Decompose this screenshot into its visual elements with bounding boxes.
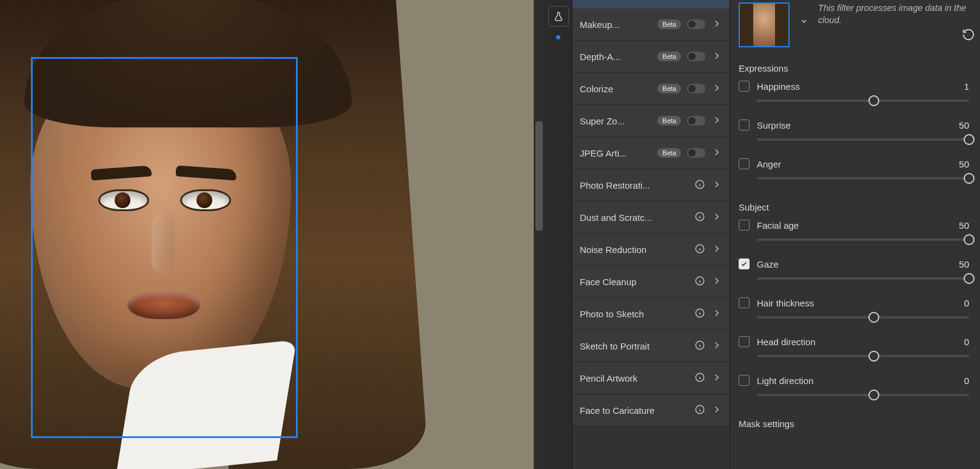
slider-track[interactable]	[757, 387, 969, 403]
filter-label: Face Cleanup	[580, 277, 688, 287]
section-expressions: Expressions	[739, 63, 969, 73]
info-icon[interactable]	[694, 179, 705, 192]
canvas-scrollbar[interactable]	[534, 0, 545, 469]
tool-rail	[545, 0, 572, 469]
slider-thumb[interactable]	[964, 234, 975, 245]
slider-thumb[interactable]	[868, 351, 879, 362]
slider-thumb[interactable]	[964, 173, 975, 184]
chevron-right-icon[interactable]	[711, 83, 722, 95]
filter-label: Super Zo...	[580, 116, 651, 126]
slider-thumb[interactable]	[964, 134, 975, 145]
chevron-right-icon[interactable]	[711, 243, 722, 256]
filter-label: Makeup...	[580, 19, 651, 30]
slider-checkbox[interactable]	[739, 81, 750, 92]
chevron-right-icon[interactable]	[711, 18, 722, 31]
slider-track[interactable]	[757, 132, 969, 147]
filter-toggle[interactable]	[687, 116, 705, 126]
slider-track[interactable]	[757, 232, 969, 248]
face-detection-box[interactable]	[31, 57, 298, 438]
slider-track[interactable]	[757, 271, 969, 286]
canvas-area[interactable]	[0, 0, 534, 469]
slider-checkbox[interactable]	[739, 158, 750, 169]
slider-checkbox[interactable]	[739, 120, 750, 130]
filter-row[interactable]: Sketch to Portrait	[572, 330, 730, 362]
slider-value[interactable]: 50	[957, 259, 969, 269]
chevron-right-icon[interactable]	[711, 372, 722, 385]
slider-value[interactable]: 0	[957, 298, 969, 308]
filter-row[interactable]: Pencil Artwork	[572, 362, 730, 394]
section-mask: Mask settings	[739, 419, 969, 429]
slider-value[interactable]: 50	[957, 120, 969, 130]
slider-checkbox[interactable]	[739, 220, 750, 231]
flask-icon[interactable]	[548, 6, 569, 27]
chevron-right-icon[interactable]	[711, 340, 722, 353]
slider-thumb[interactable]	[868, 95, 879, 106]
filter-row[interactable]: Depth-A...Beta	[572, 41, 730, 73]
slider-value[interactable]: 50	[957, 220, 969, 231]
filter-toggle[interactable]	[687, 84, 705, 93]
chevron-right-icon[interactable]	[711, 147, 722, 160]
properties-panel: This filter processes image data in the …	[730, 0, 980, 469]
beta-badge: Beta	[657, 19, 681, 29]
face-thumbnail[interactable]	[739, 2, 790, 47]
chevron-right-icon[interactable]	[711, 404, 722, 417]
slider-checkbox[interactable]	[739, 336, 750, 347]
info-icon[interactable]	[694, 340, 705, 353]
face-dropdown[interactable]	[798, 15, 810, 28]
chevron-right-icon[interactable]	[711, 308, 722, 320]
filter-row[interactable]: Super Zo...Beta	[572, 105, 730, 137]
info-icon[interactable]	[694, 372, 705, 385]
reset-icon[interactable]	[962, 28, 975, 43]
filter-row[interactable]: Noise Reduction	[572, 234, 730, 266]
filter-row[interactable]: Face Cleanup	[572, 266, 730, 298]
cloud-processing-note: This filter processes image data in the …	[818, 2, 969, 26]
info-icon[interactable]	[694, 275, 705, 288]
slider-row: Surprise50	[739, 120, 969, 147]
slider-label: Surprise	[757, 120, 950, 130]
filter-row[interactable]: Photo Restorati...	[572, 169, 730, 201]
chevron-right-icon[interactable]	[711, 115, 722, 127]
slider-track[interactable]	[757, 348, 969, 364]
filter-label: Sketch to Portrait	[580, 341, 688, 351]
slider-value[interactable]: 0	[957, 337, 969, 347]
slider-checkbox[interactable]	[739, 258, 750, 269]
filter-label: Face to Caricature	[580, 405, 688, 416]
filter-row[interactable]: ColorizeBeta	[572, 73, 730, 105]
info-icon[interactable]	[694, 243, 705, 256]
slider-checkbox[interactable]	[739, 375, 750, 386]
slider-value[interactable]: 0	[957, 376, 969, 386]
slider-thumb[interactable]	[868, 390, 879, 400]
filter-row[interactable]: Makeup...Beta	[572, 8, 730, 41]
slider-track[interactable]	[757, 170, 969, 186]
chevron-right-icon[interactable]	[711, 211, 722, 224]
slider-value[interactable]: 50	[957, 159, 969, 169]
info-icon[interactable]	[694, 404, 705, 417]
beta-badge: Beta	[657, 52, 681, 61]
slider-value[interactable]: 1	[957, 81, 969, 92]
info-icon[interactable]	[694, 308, 705, 320]
chevron-right-icon[interactable]	[711, 50, 722, 63]
slider-track[interactable]	[757, 93, 969, 109]
tool-active-dot	[556, 35, 560, 39]
filter-row[interactable]: Dust and Scratc...	[572, 201, 730, 234]
slider-thumb[interactable]	[964, 273, 975, 284]
slider-row: Facial age50	[739, 220, 969, 248]
filter-label: JPEG Arti...	[580, 148, 651, 158]
filter-label: Photo to Sketch	[580, 309, 688, 319]
slider-checkbox[interactable]	[739, 297, 750, 308]
slider-row: Anger50	[739, 158, 969, 186]
filter-toggle[interactable]	[687, 19, 705, 29]
slider-thumb[interactable]	[868, 312, 879, 323]
filter-row[interactable]: Photo to Sketch	[572, 298, 730, 330]
filter-row[interactable]: JPEG Arti...Beta	[572, 137, 730, 169]
filter-label: Dust and Scratc...	[580, 212, 688, 223]
selected-filter-header[interactable]	[572, 0, 730, 8]
chevron-right-icon[interactable]	[711, 179, 722, 192]
slider-track[interactable]	[757, 309, 969, 325]
filter-toggle[interactable]	[687, 52, 705, 61]
filter-row[interactable]: Face to Caricature	[572, 394, 730, 427]
info-icon[interactable]	[694, 211, 705, 224]
chevron-right-icon[interactable]	[711, 275, 722, 288]
filter-toggle[interactable]	[687, 148, 705, 158]
filter-label: Photo Restorati...	[580, 180, 688, 191]
